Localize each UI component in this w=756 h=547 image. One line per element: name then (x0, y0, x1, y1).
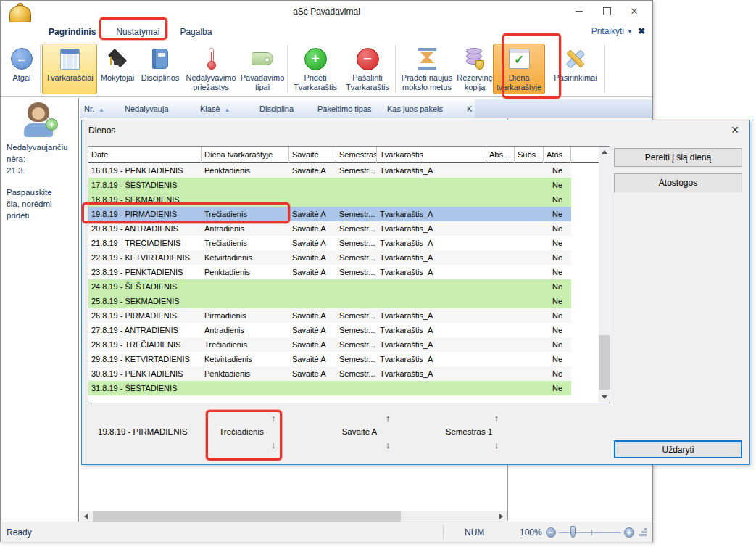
cell-date: 24.8.19 - ŠEŠTADIENIS (88, 279, 202, 294)
table-row[interactable]: 22.8.19 - KETVIRTADIENISKetvirtadienisSa… (88, 250, 571, 265)
column-kas-juos-pakeis[interactable]: Kas juos pakeis (383, 104, 462, 113)
vertical-scrollbar[interactable] (599, 147, 610, 403)
column-nr[interactable]: Nr.▲ (80, 104, 120, 113)
table-row[interactable]: 31.8.19 - ŠEŠTADIENISNe (88, 381, 571, 395)
annotation-day-in-timetable-button (502, 33, 561, 99)
remove-timetable-button[interactable]: − Pašalinti Tvarkaraštis (341, 44, 394, 94)
maximize-icon[interactable] (593, 1, 620, 21)
header-unused-area (475, 99, 652, 118)
cell-subs (515, 366, 544, 381)
column-atos[interactable]: Atos... (544, 147, 571, 163)
book-icon (152, 49, 168, 69)
table-row[interactable]: 28.8.19 - TREČIADIENISTrečiadienisSavait… (88, 337, 571, 352)
remove-icon: − (357, 48, 379, 70)
scroll-right-icon[interactable] (496, 511, 507, 522)
add-absent-hint-text[interactable]: Paspauskite čia, norėdmi pridėti (7, 186, 52, 221)
table-row[interactable]: 27.8.19 - ANTRADIENISAntradienisSavaitė … (88, 323, 571, 337)
absent-status-text: Nedalyvaujančiu nėra: 21.3. (7, 141, 67, 176)
tab-pagalba[interactable]: Pagalba (170, 24, 222, 40)
table-row[interactable]: 25.8.19 - SEKMADIENISNe (88, 294, 571, 308)
column-abs[interactable]: Abs... (486, 147, 515, 163)
zoom-slider-thumb[interactable] (570, 526, 576, 538)
cell-sem: Semestr... (336, 236, 377, 250)
table-row[interactable]: 26.8.19 - PIRMADIENISPirmadienisSavaitė … (88, 308, 571, 323)
minimize-icon[interactable] (565, 1, 593, 21)
customize-label[interactable]: Pritaikyti (591, 26, 624, 36)
holidays-button[interactable]: Atostogos (614, 173, 742, 192)
cell-date: 21.8.19 - TREČIADIENIS (88, 236, 202, 250)
new-school-year-button[interactable]: Pradėti naujus mokslo metus (397, 44, 457, 94)
column-k[interactable]: K (462, 104, 472, 113)
table-row[interactable]: 21.8.19 - TREČIADIENISTrečiadienisSavait… (88, 236, 571, 250)
table-row[interactable]: 30.8.19 - PENKTADIENISPenktadienisSavait… (88, 366, 571, 381)
vertical-scrollbar-thumb[interactable] (599, 335, 610, 390)
cell-week: Savaitė A (289, 207, 336, 221)
column-subs[interactable]: Subs... (515, 147, 544, 163)
goto-day-button[interactable]: Pereiti į šią dieną (614, 148, 742, 167)
dienos-dialog: Dienos ✕ Date Diena tvarkaraštyje Savait… (81, 120, 750, 465)
cell-week (289, 279, 336, 294)
customize-close-icon[interactable]: ✖ (638, 26, 645, 36)
cell-subs (515, 250, 544, 265)
cell-day (202, 381, 289, 395)
column-klase[interactable]: Klasė▲ (196, 104, 255, 113)
column-week[interactable]: Savaitė (289, 147, 336, 163)
chevron-down-icon[interactable]: ▼ (627, 28, 633, 35)
column-pakeitimo-tipas[interactable]: Pakeitimo tipas (313, 104, 383, 113)
close-dialog-button[interactable]: Uždaryti (614, 440, 742, 458)
column-nedalyvauja[interactable]: Nedalyvauja (120, 104, 196, 113)
cell-subs (515, 381, 544, 395)
scroll-left-icon[interactable] (80, 511, 91, 522)
table-row[interactable]: 20.8.19 - ANTRADIENISAntradienisSavaitė … (88, 221, 571, 236)
column-disciplina[interactable]: Disciplina (255, 104, 313, 113)
cell-sem: Semestr... (336, 265, 377, 279)
column-timetable[interactable]: Tvarkaraštis (377, 147, 486, 163)
zoom-out-icon[interactable]: − (546, 527, 556, 538)
cell-day: Ketvirtadienis (202, 250, 289, 265)
semester-up-arrow-icon[interactable]: ↑ (491, 413, 502, 424)
table-row[interactable]: 24.8.19 - ŠEŠTADIENISNe (88, 279, 571, 294)
table-row[interactable]: 23.8.19 - PENKTADIENISPenktadienisSavait… (88, 265, 571, 279)
num-lock-indicator: NUM (465, 527, 484, 538)
absence-reasons-button[interactable]: Nedalyvavimo priežastys (183, 44, 239, 94)
close-icon[interactable]: ✕ (620, 1, 648, 21)
resize-grip-icon[interactable] (639, 528, 648, 538)
zoom-slider-track[interactable] (559, 532, 621, 533)
days-table-header: Date Diena tvarkaraštyje Savaitė Semestr… (88, 147, 599, 163)
cell-subs (515, 308, 544, 323)
table-row[interactable]: 17.8.19 - ŠEŠTADIENISNe (88, 178, 571, 192)
zoom-in-icon[interactable]: + (624, 527, 634, 538)
cell-tt: Tvarkaraštis_A (377, 308, 486, 323)
week-up-arrow-icon[interactable]: ↑ (382, 413, 394, 424)
scroll-up-icon[interactable] (599, 147, 610, 157)
cell-date: 30.8.19 - PENKTADIENIS (88, 366, 202, 381)
dialog-close-icon[interactable]: ✕ (728, 124, 742, 136)
horizontal-scrollbar-thumb[interactable] (93, 511, 401, 522)
cell-day (202, 294, 289, 308)
add-timetable-button[interactable]: + Pridėti Tvarkaraštis (289, 44, 341, 94)
semester-down-arrow-icon[interactable]: ↓ (491, 440, 502, 451)
add-absent-person-icon[interactable]: + (21, 102, 56, 137)
week-spinner-value: Savaitė A (334, 427, 385, 436)
table-row[interactable]: 29.8.19 - KETVIRTADIENISKetvirtadienisSa… (88, 352, 571, 366)
scroll-down-icon[interactable] (599, 392, 610, 403)
column-day-in-timetable[interactable]: Diena tvarkaraštyje (202, 147, 289, 163)
cell-tt: Tvarkaraštis_A (377, 265, 486, 279)
backup-button[interactable]: Rezervinę kopiją (457, 44, 493, 94)
subjects-button[interactable]: Disciplinos (138, 44, 183, 94)
pencil-ruler-icon (563, 47, 588, 70)
substitution-types-button[interactable]: Pavadavimo tipai (239, 44, 286, 94)
table-row[interactable]: 16.8.19 - PENKTADIENISPenktadienisSavait… (88, 163, 571, 178)
horizontal-scrollbar[interactable] (80, 511, 507, 522)
tab-pagrindinis[interactable]: Pagrindinis (38, 24, 106, 40)
cell-subs (515, 294, 544, 308)
column-date[interactable]: Date (88, 147, 202, 163)
graduation-cap-icon (105, 48, 130, 70)
cell-atos: Ne (544, 192, 571, 207)
cell-tt: Tvarkaraštis_A (377, 323, 486, 337)
teachers-button[interactable]: Mokytojai (97, 44, 138, 94)
column-semester[interactable]: Semestras (336, 147, 377, 163)
week-down-arrow-icon[interactable]: ↓ (382, 440, 394, 451)
back-button[interactable]: ← Atgal (5, 44, 38, 94)
timetables-button[interactable]: Tvarkaraščiai (42, 44, 97, 94)
